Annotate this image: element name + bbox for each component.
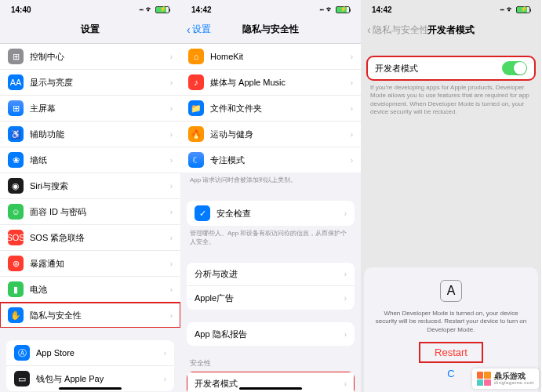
row-home-screen[interactable]: ⊞主屏幕› bbox=[0, 96, 180, 122]
chevron-right-icon: › bbox=[170, 104, 173, 113]
row-label: 辅助功能 bbox=[30, 129, 170, 140]
chevron-right-icon: › bbox=[351, 78, 353, 87]
chevron-back-icon: ‹ bbox=[187, 24, 191, 36]
face-id-icon: ☺ bbox=[8, 204, 24, 220]
row-display-brightness[interactable]: AA显示与亮度› bbox=[0, 70, 180, 96]
toggle-label: 开发者模式 bbox=[375, 63, 502, 74]
developer-mode-toggle-row[interactable]: 开发者模式 bbox=[367, 56, 535, 80]
home-indicator bbox=[59, 387, 122, 390]
chevron-right-icon: › bbox=[351, 156, 353, 165]
chevron-right-icon: › bbox=[351, 104, 353, 113]
developer-note: If you're developing apps for Apple prod… bbox=[361, 80, 541, 121]
media-icon: ♪ bbox=[188, 74, 204, 90]
header: ‹隐私与安全性 开发者模式 bbox=[361, 16, 541, 44]
row-label: App 隐私报告 bbox=[195, 328, 344, 340]
chevron-right-icon: › bbox=[344, 270, 347, 278]
chevron-right-icon: › bbox=[170, 53, 173, 61]
row-privacy[interactable]: ✋隐私与安全性› bbox=[0, 303, 180, 328]
wallet-icon: ▭ bbox=[14, 371, 30, 387]
row-files[interactable]: 📁文件和文件夹› bbox=[180, 96, 361, 122]
row-exposure[interactable]: ⊛暴露通知› bbox=[0, 251, 180, 277]
privacy-screen: 14:42 ⋯ ᯤ ‹设置 隐私与安全性 ⌂HomeKit›♪媒体与 Apple… bbox=[180, 0, 361, 392]
chevron-right-icon: › bbox=[170, 285, 173, 294]
files-icon: 📁 bbox=[188, 100, 204, 116]
row-label: Siri与搜索 bbox=[30, 180, 170, 192]
page-title: 隐私与安全性 bbox=[242, 23, 299, 36]
row-safety-check[interactable]: ✓安全检查› bbox=[187, 201, 355, 226]
chevron-right-icon: › bbox=[170, 311, 173, 320]
section-note: App 请求访问时會被添加到以上类别。 bbox=[180, 172, 361, 188]
chevron-right-icon: › bbox=[170, 208, 173, 216]
wifi-icon: ⋯ ᯤ bbox=[320, 5, 333, 13]
row-siri-search[interactable]: ◉Siri与搜索› bbox=[0, 173, 180, 199]
row-label: 运动与健身 bbox=[210, 129, 351, 140]
row-apple-ads[interactable]: Apple广告› bbox=[187, 286, 355, 310]
chevron-right-icon: › bbox=[170, 260, 173, 268]
back-button[interactable]: ‹设置 bbox=[187, 23, 211, 36]
row-label: 暴露通知 bbox=[30, 258, 170, 270]
row-label: App Store bbox=[36, 348, 164, 358]
section-note: 管理哪些人、App 和设备有权访问你的信息，从而保护个人安全。 bbox=[180, 226, 361, 250]
wallpaper-icon: ❀ bbox=[8, 152, 24, 168]
toggle-switch[interactable] bbox=[502, 61, 527, 75]
row-battery[interactable]: ▮电池› bbox=[0, 277, 180, 303]
row-accessibility[interactable]: ♿辅助功能› bbox=[0, 122, 180, 147]
chevron-right-icon: › bbox=[170, 156, 173, 165]
row-homekit[interactable]: ⌂HomeKit› bbox=[180, 44, 361, 70]
row-sos[interactable]: SOSSOS 紧急联络› bbox=[0, 225, 180, 251]
battery-icon bbox=[336, 6, 350, 13]
page-title: 设置 bbox=[81, 23, 100, 36]
row-wallpaper[interactable]: ❀墙纸› bbox=[0, 147, 180, 173]
home-screen-icon: ⊞ bbox=[8, 100, 24, 116]
row-fitness[interactable]: 🔥运动与健身› bbox=[180, 122, 361, 147]
chevron-right-icon: › bbox=[351, 53, 353, 61]
row-app-store[interactable]: ⒶApp Store› bbox=[6, 340, 174, 366]
row-control-center[interactable]: ⊞控制中心› bbox=[0, 44, 180, 70]
row-label: 主屏幕 bbox=[30, 103, 170, 114]
chevron-right-icon: › bbox=[170, 78, 173, 87]
settings-screen: 14:40 ⋯ ᯤ 设置 ⊞控制中心›AA显示与亮度›⊞主屏幕›♿辅助功能›❀墙… bbox=[0, 0, 180, 392]
row-label: HomeKit bbox=[210, 52, 351, 61]
section-label: 安全性 bbox=[180, 358, 361, 372]
row-label: 专注模式 bbox=[210, 154, 351, 166]
chevron-right-icon: › bbox=[344, 330, 347, 339]
status-time: 14:42 bbox=[191, 5, 212, 14]
app-store-icon: Ⓐ bbox=[14, 345, 30, 361]
overlay-message: When Developer Mode is turned on, your d… bbox=[364, 310, 538, 343]
chevron-right-icon: › bbox=[170, 182, 173, 191]
row-label: 面容 ID 与密码 bbox=[30, 206, 170, 218]
sos-icon: SOS bbox=[8, 230, 24, 245]
restart-button[interactable]: Restart bbox=[420, 343, 482, 361]
row-label: 墙纸 bbox=[30, 154, 170, 166]
chevron-back-icon: ‹ bbox=[367, 24, 371, 36]
battery-icon bbox=[155, 6, 169, 13]
exposure-icon: ⊛ bbox=[8, 256, 24, 271]
accessibility-icon: ♿ bbox=[8, 126, 24, 142]
cancel-button[interactable]: C bbox=[447, 368, 454, 379]
fitness-icon: 🔥 bbox=[188, 126, 204, 142]
row-face-id[interactable]: ☺面容 ID 与密码› bbox=[0, 199, 180, 225]
safety-check-icon: ✓ bbox=[195, 205, 210, 221]
wifi-icon: ⋯ ᯤ bbox=[500, 5, 514, 13]
watermark: 鼎乐游戏 dinglegame.com bbox=[472, 368, 539, 389]
row-analytics[interactable]: 分析与改进› bbox=[187, 263, 355, 286]
row-label: 显示与亮度 bbox=[30, 77, 170, 89]
status-time: 14:40 bbox=[11, 5, 31, 14]
row-label: 文件和文件夹 bbox=[210, 103, 351, 114]
row-privacy-report[interactable]: App 隐私报告› bbox=[187, 322, 355, 346]
chevron-right-icon: › bbox=[164, 375, 166, 383]
back-button[interactable]: ‹隐私与安全性 bbox=[367, 24, 429, 37]
app-icon: A bbox=[440, 280, 462, 302]
row-label: 控制中心 bbox=[30, 51, 170, 63]
chevron-right-icon: › bbox=[344, 294, 347, 303]
row-media[interactable]: ♪媒体与 Apple Music› bbox=[180, 70, 361, 96]
display-brightness-icon: AA bbox=[8, 74, 24, 90]
row-label: 钱包与 Apple Pay bbox=[36, 373, 164, 385]
chevron-right-icon: › bbox=[170, 234, 173, 242]
developer-mode-screen: 14:42 ⋯ ᯤ ‹隐私与安全性 开发者模式 开发者模式 If you're … bbox=[361, 0, 541, 392]
page-title: 开发者模式 bbox=[427, 24, 475, 37]
row-label: 分析与改进 bbox=[195, 268, 344, 280]
wifi-icon: ⋯ ᯤ bbox=[140, 5, 153, 13]
row-focus[interactable]: ☾专注模式› bbox=[180, 147, 361, 172]
row-label: Apple广告 bbox=[195, 292, 344, 304]
